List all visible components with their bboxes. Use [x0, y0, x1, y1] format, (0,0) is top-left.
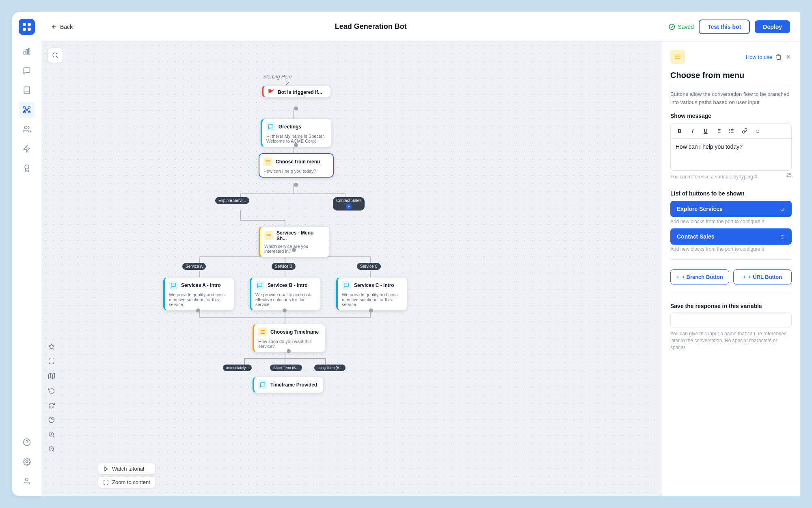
save-response-input[interactable] — [670, 313, 792, 328]
timeframe-title: Choosing Timeframe — [270, 329, 319, 335]
contact-sales-button[interactable]: Contact Sales ☺ — [670, 228, 792, 245]
help-canvas-icon[interactable] — [45, 414, 58, 426]
undo-icon[interactable] — [45, 384, 58, 397]
sidebar-icon-analytics[interactable] — [19, 43, 35, 59]
connector-dot-3 — [294, 183, 298, 187]
services-a-node[interactable]: Services A - Intro We provide quality an… — [163, 277, 234, 310]
service-c-label[interactable]: Service C — [357, 263, 381, 270]
panel-how-to: How to use — [689, 54, 792, 60]
back-button[interactable]: Back — [51, 24, 73, 30]
sidebar-icon-user[interactable] — [19, 473, 35, 489]
redo-icon[interactable] — [45, 399, 58, 411]
how-to-use-link[interactable]: How to use — [746, 54, 772, 60]
svg-rect-7 — [28, 48, 30, 54]
explore-hint: Add new blocks from the port to configur… — [670, 219, 792, 224]
choose-from-menu-node[interactable]: Choose from menu How can I help you toda… — [259, 153, 334, 178]
flow-connections — [41, 41, 662, 496]
services-b-node[interactable]: Services B - Intro We provide quality an… — [250, 277, 321, 310]
short-term-label[interactable]: Short Term (B... — [270, 365, 302, 371]
services-c-header: Services C - Intro — [338, 278, 407, 291]
svg-rect-0 — [19, 19, 35, 35]
plus-icon-url: + — [743, 274, 746, 280]
timeframe-provided-title: Timeframe Provided — [270, 382, 317, 388]
watch-tutorial-button[interactable]: Watch tutorial — [98, 463, 155, 474]
explore-services-label[interactable]: Explore Servi... — [215, 197, 249, 204]
services-menu-title: Services - Menu Sh... — [276, 230, 325, 241]
trigger-node[interactable]: 🚩 Bot is triggered if... — [262, 85, 331, 98]
panel-title: Choose from menu — [670, 71, 792, 80]
flow-canvas[interactable]: Starting Here ↙ 🚩 Bot is triggered if... — [41, 41, 662, 496]
add-contact-sales[interactable]: + — [346, 204, 352, 209]
sidebar-icon-chat[interactable] — [19, 63, 35, 79]
zoom-to-content-button[interactable]: Zoom to content — [98, 477, 155, 488]
sidebar-icon-flow[interactable] — [19, 102, 35, 118]
services-c-node[interactable]: Services C - Intro We provide quality an… — [336, 277, 407, 310]
connector-dot-4 — [292, 248, 296, 252]
services-c-icon — [342, 281, 351, 290]
sidebar-icon-users[interactable] — [19, 121, 35, 137]
bottom-tools: Watch tutorial Zoom to content — [98, 463, 155, 488]
svg-rect-11 — [24, 111, 26, 113]
timeframe-provided-header: Timeframe Provided — [254, 377, 323, 391]
main-area: Back Lead Generation Bot Saved Test this… — [41, 12, 800, 496]
service-a-label[interactable]: Service A — [182, 263, 206, 270]
left-sidebar — [12, 12, 41, 496]
message-editor[interactable]: How can I help you today? — [670, 138, 792, 171]
connector-dot-7 — [369, 308, 373, 313]
rte-ordered-list[interactable] — [714, 126, 723, 136]
svg-line-13 — [24, 108, 27, 109]
sidebar-icon-book[interactable] — [19, 82, 35, 98]
list-section-title: List of buttons to be shown — [670, 190, 792, 197]
magic-tool-icon[interactable] — [45, 341, 58, 353]
save-response-title: Save the response in this variable — [670, 303, 792, 309]
test-bot-button[interactable]: Test this bot — [699, 20, 750, 34]
sidebar-icon-connector[interactable] — [19, 141, 35, 157]
deploy-button[interactable]: Deploy — [755, 20, 790, 33]
svg-point-4 — [28, 28, 31, 31]
plus-icon-branch: + — [676, 274, 680, 280]
svg-point-17 — [24, 126, 27, 129]
expand-tool-icon[interactable] — [45, 355, 58, 367]
sidebar-icon-settings[interactable] — [19, 454, 35, 470]
zoom-in-icon[interactable] — [45, 428, 58, 441]
services-a-icon — [169, 281, 178, 290]
rte-emoji[interactable]: ☺ — [753, 126, 762, 136]
svg-rect-10 — [26, 109, 28, 111]
panel-divider — [670, 85, 792, 85]
sidebar-icon-help[interactable] — [19, 434, 35, 450]
sidebar-icon-badge[interactable] — [19, 160, 35, 176]
timeframe-provided-icon — [258, 380, 267, 389]
svg-point-19 — [25, 165, 29, 169]
rte-unordered-list[interactable] — [727, 126, 736, 136]
timeframe-node[interactable]: Choosing Timeframe How soon do you want … — [253, 324, 326, 352]
zoom-out-icon[interactable] — [45, 443, 58, 455]
svg-rect-9 — [28, 107, 30, 108]
connector-dot-1 — [294, 106, 298, 111]
services-b-icon — [255, 281, 264, 290]
service-b-label[interactable]: Service B — [272, 263, 296, 270]
rte-link[interactable] — [740, 126, 749, 136]
contact-sales-label[interactable]: Contact Sales + — [333, 197, 365, 211]
timeframe-provided-node[interactable]: Timeframe Provided — [253, 377, 324, 393]
long-term-label[interactable]: Long Term (B... — [314, 365, 346, 371]
delete-icon[interactable] — [775, 54, 782, 60]
char-count: 25 — [786, 172, 792, 178]
svg-point-92 — [730, 129, 730, 130]
add-url-button[interactable]: + + URL Button — [733, 269, 792, 284]
immediately-label[interactable]: Immediately... — [223, 365, 252, 371]
explore-services-button[interactable]: Explore Services ☺ — [670, 201, 792, 217]
canvas-tools-left — [45, 341, 58, 455]
rte-italic[interactable]: I — [688, 126, 698, 136]
close-icon[interactable] — [785, 54, 792, 60]
header-actions: Saved Test this bot Deploy — [669, 20, 790, 34]
map-tool-icon[interactable] — [45, 370, 58, 382]
services-menu-node[interactable]: Services - Menu Sh... Which service are … — [259, 226, 330, 257]
svg-point-1 — [23, 23, 26, 26]
add-branch-button[interactable]: + + Branch Button — [670, 269, 729, 284]
save-response-hint: You can give this input a name that can … — [670, 330, 792, 351]
svg-point-3 — [23, 28, 26, 31]
rte-bold[interactable]: B — [675, 126, 685, 136]
rte-underline[interactable]: U — [701, 126, 710, 136]
svg-point-22 — [26, 461, 28, 463]
svg-rect-5 — [24, 51, 25, 54]
